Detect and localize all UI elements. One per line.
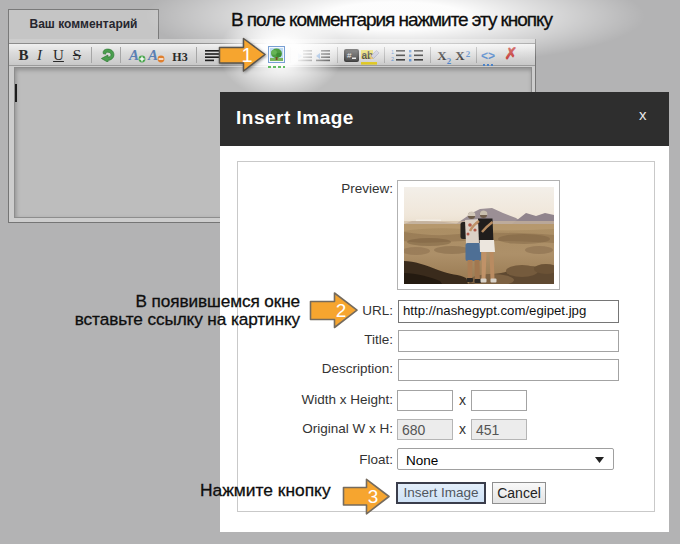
svg-text:3: 3 [368,486,379,507]
svg-text:#: # [347,51,352,60]
svg-text:1: 1 [391,49,394,55]
svg-text:2: 2 [336,300,347,321]
svg-text:1: 1 [241,44,252,66]
svg-text:2: 2 [391,56,394,62]
